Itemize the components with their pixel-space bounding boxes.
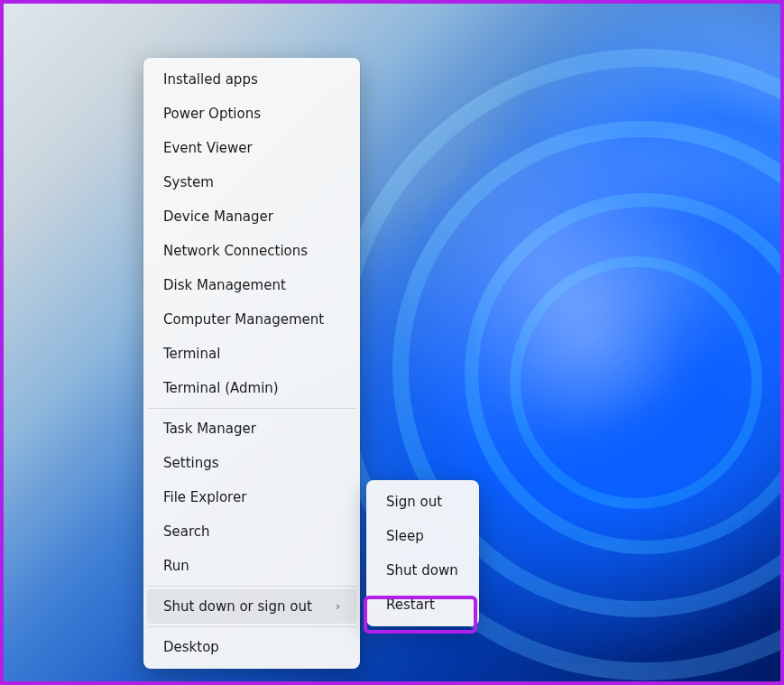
menu-item-label: Search bbox=[163, 523, 210, 540]
menu-item-network-connections[interactable]: Network Connections bbox=[147, 234, 356, 268]
menu-item-label: Event Viewer bbox=[163, 140, 253, 156]
menu-item-label: Run bbox=[163, 558, 189, 574]
menu-item-power-options[interactable]: Power Options bbox=[147, 97, 356, 131]
menu-item-settings[interactable]: Settings bbox=[147, 446, 356, 480]
menu-item-label: Terminal bbox=[163, 346, 220, 362]
menu-item-disk-management[interactable]: Disk Management bbox=[147, 268, 356, 302]
menu-item-label: Computer Management bbox=[163, 311, 324, 328]
submenu-item-sleep[interactable]: Sleep bbox=[370, 519, 475, 553]
menu-item-run[interactable]: Run bbox=[147, 549, 356, 583]
submenu-item-shut-down[interactable]: Shut down bbox=[370, 553, 475, 588]
menu-item-task-manager[interactable]: Task Manager bbox=[147, 412, 356, 446]
submenu-item-label: Sign out bbox=[386, 494, 442, 510]
menu-item-event-viewer[interactable]: Event Viewer bbox=[147, 131, 356, 165]
menu-item-system[interactable]: System bbox=[147, 165, 356, 199]
menu-item-search[interactable]: Search bbox=[147, 514, 356, 549]
menu-item-label: Settings bbox=[163, 455, 219, 471]
menu-item-file-explorer[interactable]: File Explorer bbox=[147, 480, 356, 514]
menu-item-installed-apps[interactable]: Installed apps bbox=[147, 62, 356, 97]
menu-item-computer-management[interactable]: Computer Management bbox=[147, 302, 356, 337]
menu-item-label: Device Manager bbox=[163, 208, 273, 225]
menu-item-desktop[interactable]: Desktop bbox=[147, 630, 356, 664]
menu-item-label: File Explorer bbox=[163, 489, 246, 505]
menu-item-terminal-admin[interactable]: Terminal (Admin) bbox=[147, 371, 356, 405]
menu-item-label: Network Connections bbox=[163, 243, 308, 259]
submenu-item-label: Shut down bbox=[386, 562, 458, 579]
menu-separator bbox=[147, 626, 356, 627]
menu-item-label: System bbox=[163, 174, 214, 190]
menu-item-label: Power Options bbox=[163, 106, 261, 122]
submenu-item-label: Restart bbox=[386, 597, 435, 613]
submenu-item-sign-out[interactable]: Sign out bbox=[370, 485, 475, 519]
menu-item-label: Shut down or sign out bbox=[163, 598, 312, 615]
submenu-item-label: Sleep bbox=[386, 528, 424, 544]
menu-item-shut-down-or-sign-out[interactable]: Shut down or sign out› bbox=[147, 589, 356, 624]
menu-item-label: Task Manager bbox=[163, 421, 256, 437]
winx-context-menu: Installed appsPower OptionsEvent ViewerS… bbox=[143, 58, 360, 669]
menu-separator bbox=[147, 408, 356, 409]
submenu-item-restart[interactable]: Restart bbox=[370, 588, 475, 622]
chevron-right-icon: › bbox=[336, 600, 340, 613]
menu-item-label: Disk Management bbox=[163, 277, 286, 293]
menu-item-device-manager[interactable]: Device Manager bbox=[147, 199, 356, 234]
menu-separator bbox=[147, 586, 356, 587]
menu-item-terminal[interactable]: Terminal bbox=[147, 337, 356, 371]
menu-item-label: Installed apps bbox=[163, 71, 258, 88]
menu-item-label: Terminal (Admin) bbox=[163, 380, 279, 396]
shutdown-submenu: Sign outSleepShut downRestart bbox=[366, 480, 479, 626]
menu-item-label: Desktop bbox=[163, 639, 219, 655]
